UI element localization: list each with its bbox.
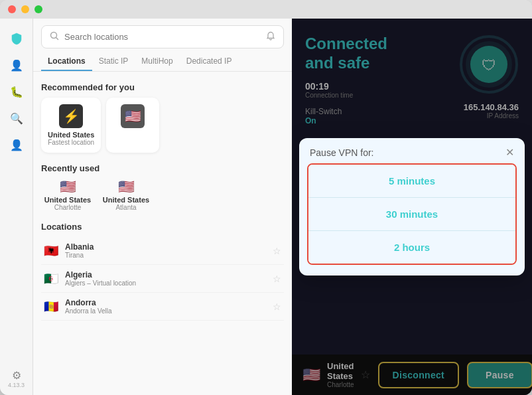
bell-icon	[266, 31, 275, 42]
albania-info: Albania Tirana	[65, 242, 266, 259]
albania-sub: Tirana	[65, 252, 266, 259]
right-panel: Connected and safe 00:19 Connection time…	[292, 19, 532, 395]
titlebar	[0, 0, 532, 19]
tab-dedicated-ip[interactable]: Dedicated IP	[180, 52, 239, 71]
maximize-button[interactable]	[34, 5, 42, 13]
recent-item-2[interactable]: 🇺🇸 United States Atlanta	[100, 179, 153, 211]
recommended-card-2[interactable]: 🇺🇸	[106, 98, 159, 153]
pause-option-30min[interactable]: 30 minutes	[308, 198, 515, 231]
recent-sub-2: Atlanta	[115, 204, 136, 211]
pause-vpn-modal: Pause VPN for: ✕ 5 minutes 30 minutes 2 …	[299, 138, 525, 276]
version-label: 4.13.3	[8, 382, 25, 388]
algeria-star-icon[interactable]: ☆	[273, 274, 281, 284]
algeria-sub: Algiers – Virtual location	[65, 279, 266, 287]
dark-card-flag: 🇺🇸	[121, 104, 145, 128]
andorra-sub: Andorra la Vella	[65, 307, 266, 315]
andorra-flag: 🇦🇩	[44, 299, 58, 314]
modal-title: Pause VPN for:	[310, 147, 374, 158]
pause-option-5min[interactable]: 5 minutes	[308, 165, 515, 198]
albania-name: Albania	[65, 242, 266, 252]
algeria-info: Algeria Algiers – Virtual location	[65, 270, 266, 287]
recent-flag-1: 🇺🇸	[60, 179, 76, 195]
content-area: Recommended for you ⚡ United States Fast…	[33, 76, 292, 395]
recent-flag-2: 🇺🇸	[118, 179, 135, 195]
recently-used-list: 🇺🇸 United States Charlotte 🇺🇸 United Sta…	[41, 179, 284, 211]
andorra-name: Andorra	[65, 298, 266, 307]
recent-name-1: United States	[44, 196, 91, 204]
sidebar-icon-account[interactable]: 👤	[5, 133, 29, 157]
modal-header: Pause VPN for: ✕	[299, 138, 525, 163]
recently-used-title: Recently used	[41, 163, 284, 173]
left-panel: Locations Static IP MultiHop Dedicated I…	[33, 19, 292, 395]
search-bar	[41, 25, 284, 48]
sidebar-icon-user[interactable]: 👤	[5, 53, 29, 77]
location-item-albania[interactable]: 🇦🇱 Albania Tirana ☆	[41, 237, 284, 265]
albania-star-icon[interactable]: ☆	[273, 246, 281, 256]
algeria-flag: 🇩🇿	[44, 272, 58, 286]
search-icon	[50, 31, 59, 42]
andorra-star-icon[interactable]: ☆	[273, 301, 281, 312]
sidebar-icon-shield[interactable]	[5, 27, 29, 50]
app-window: 👤 🐛 🔍 👤 ⚙ 4.13.3	[0, 0, 532, 395]
fastest-location-sub: Fastest location	[48, 139, 94, 146]
location-item-algeria[interactable]: 🇩🇿 Algeria Algiers – Virtual location ☆	[41, 265, 284, 293]
tabs: Locations Static IP MultiHop Dedicated I…	[33, 52, 292, 72]
pause-option-2hours[interactable]: 2 hours	[308, 231, 515, 264]
recent-name-2: United States	[103, 196, 149, 204]
recent-sub-1: Charlotte	[54, 204, 82, 211]
modal-overlay: Pause VPN for: ✕ 5 minutes 30 minutes 2 …	[292, 19, 532, 395]
tab-locations[interactable]: Locations	[41, 52, 92, 71]
sidebar: 👤 🐛 🔍 👤 ⚙ 4.13.3	[0, 19, 33, 395]
bolt-icon: ⚡	[59, 104, 83, 128]
sidebar-icon-search[interactable]: 🔍	[5, 106, 29, 130]
tab-multihop[interactable]: MultiHop	[135, 52, 179, 71]
sidebar-icon-bug[interactable]: 🐛	[5, 80, 29, 104]
tab-static-ip[interactable]: Static IP	[92, 52, 135, 71]
minimize-button[interactable]	[21, 5, 29, 13]
fastest-location-name: United States	[48, 131, 94, 139]
app-body: 👤 🐛 🔍 👤 ⚙ 4.13.3	[0, 19, 532, 395]
modal-options: 5 minutes 30 minutes 2 hours	[307, 163, 517, 265]
recommended-card-fastest[interactable]: ⚡ United States Fastest location	[41, 98, 101, 153]
location-item-andorra[interactable]: 🇦🇩 Andorra Andorra la Vella ☆	[41, 293, 284, 321]
andorra-info: Andorra Andorra la Vella	[65, 298, 266, 315]
albania-flag: 🇦🇱	[44, 244, 58, 258]
algeria-name: Algeria	[65, 270, 266, 279]
modal-close-button[interactable]: ✕	[505, 147, 514, 158]
close-button[interactable]	[8, 5, 16, 13]
search-input[interactable]	[64, 32, 261, 42]
svg-line-1	[56, 38, 58, 40]
locations-title: Locations	[41, 222, 284, 232]
recommended-grid: ⚡ United States Fastest location 🇺🇸	[41, 98, 284, 153]
recommended-title: Recommended for you	[41, 82, 284, 92]
recent-item-1[interactable]: 🇺🇸 United States Charlotte	[41, 179, 94, 211]
